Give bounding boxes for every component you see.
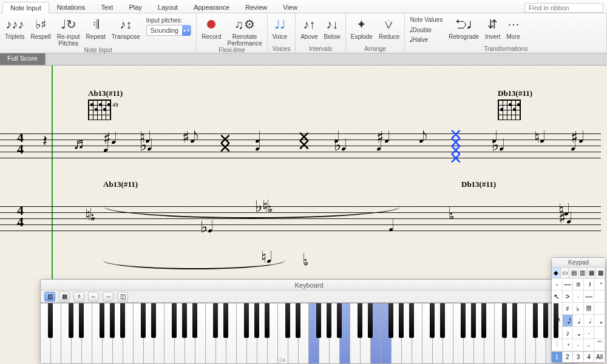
note-chord[interactable]: ♮𝅘𝅥♯𝅘𝅥 [558,206,566,222]
note-chord-selected[interactable]: ✕✕✕✕ [449,131,463,163]
keypad-cell[interactable]: — [563,278,574,291]
keypad-cell[interactable]: 𝄽 [584,278,595,291]
keypad-voice-2[interactable]: 2 [563,352,574,362]
slur[interactable] [103,194,401,218]
piano-black-key[interactable] [481,303,487,338]
piano-black-key[interactable] [554,303,559,338]
keypad-cell[interactable]: ⌒ [594,339,605,351]
chord-symbol[interactable]: Db13(#11) [461,180,496,189]
piano-black-key[interactable] [265,303,270,338]
ribbon-tab-appearance[interactable]: Appearance [186,1,237,13]
piano-black-key[interactable] [223,303,229,338]
piano-black-key[interactable] [316,303,322,338]
note-chord[interactable]: ♬ [73,140,85,147]
keypad-tab-icon[interactable]: ▥ [578,268,588,278]
tool-reinput-pitches[interactable]: ♩↻ Re-input Pitches [57,15,80,47]
note-chord[interactable]: ♭♮𝅗𝅥· [255,203,272,211]
keyboard-panel[interactable]: Keyboard ▥ ▦ ♯ ← → ◫ C4 NORMAL [40,279,578,364]
ribbon-tab-view[interactable]: View [275,1,305,13]
piano-black-key[interactable] [430,303,435,338]
note-chord[interactable]: 𝅘𝅥♭𝅘𝅥 [334,133,341,149]
piano-black-key[interactable] [337,303,342,338]
keypad-tab-icon[interactable]: ▦ [588,268,597,278]
staff-2[interactable]: 44 ♮𝅗𝅥· ♭𝅘𝅥 ♭♮𝅗𝅥· 𝅘𝅥 𝅗𝅥· ♮𝅘𝅥♯𝅘𝅥 [0,206,607,231]
piano-black-key[interactable] [502,303,507,338]
keypad-tab-icon[interactable]: ▤ [569,268,578,278]
keypad-voice-1[interactable]: 1 [552,352,563,362]
note-chord[interactable]: 𝅗𝅥· [304,256,308,264]
keypad-cell[interactable]: — [584,291,595,303]
staff-1[interactable]: 44 𝄽 ♬ ♯𝅘𝅥𝅘𝅥 ♮𝅘𝅥♭𝅘𝅥 ♯𝅘𝅥𝅮 ✕✕ 𝅘𝅥𝅘𝅥 ✕✕ 𝅘𝅥♭𝅘… [0,133,607,158]
tool-below[interactable]: ♪↓ Below [324,15,341,41]
piano-black-key[interactable] [388,303,394,338]
keypad-cell[interactable]: 𝅗𝅥 [584,315,595,327]
piano-black-key[interactable] [254,303,260,338]
piano-black-key[interactable] [172,303,177,338]
keypad-voice-all[interactable]: All [594,352,605,362]
piano-black-key[interactable] [533,303,538,338]
keypad-cell[interactable]: ≡ [573,278,584,291]
keypad-cell[interactable]: · [573,339,584,351]
keypad-cell[interactable]: 𝄜 [584,303,595,315]
keypad-cell[interactable]: ♯ [563,303,574,315]
piano-black-key[interactable] [409,303,415,338]
keypad-cell[interactable]: · [584,327,595,339]
keypad-panel[interactable]: Keypad ◆ ▭ ▤ ▥ ▦ ▩ ◦—≡𝄽𝄼↖>·—♮♯♭𝄜𝅘𝅥𝅯𝅘𝅥𝅮𝅘𝅥… [551,257,606,363]
tool-repeat[interactable]: 𝄇 Repeat [86,15,106,41]
piano-keys[interactable]: C4 [41,303,577,363]
note-chord[interactable]: 𝅘𝅥♭𝅘𝅥 [492,133,499,149]
tool-above[interactable]: ♪↑ Above [300,15,317,41]
tool-voice[interactable]: ♩♩ Voice [273,15,287,41]
piano-black-key[interactable] [399,303,404,338]
ribbon-search-input[interactable] [524,3,603,13]
tool-more[interactable]: ⋯ More [506,15,520,41]
score-tab-full-score[interactable]: Full Score [0,53,46,65]
keypad-cell[interactable]: ◦ [552,278,563,291]
ribbon-tab-text[interactable]: Text [93,1,121,13]
keypad-cell[interactable] [594,327,605,339]
keyboard-window-btn[interactable]: ◫ [117,292,128,302]
note-chord[interactable]: ✕✕ [297,133,311,149]
piano-black-key[interactable] [110,303,115,338]
tool-record[interactable]: Record [202,15,221,41]
piano-black-key[interactable] [471,303,476,338]
time-signature[interactable]: 44 [17,132,24,155]
keypad-tab-icon[interactable]: ▩ [596,268,605,278]
ribbon-tab-notations[interactable]: Notations [49,1,93,13]
keypad-cell[interactable]: ♭ [573,303,584,315]
tool-triplets[interactable]: ♪♪♪ Triplets [5,15,24,41]
tool-transpose[interactable]: ♪↕ Transpose [112,15,140,41]
tool-double[interactable]: 𝅗𝅥𝅗𝅥Double [410,25,443,35]
note-chord[interactable]: ♯𝅘𝅥𝅘𝅥 [376,133,384,149]
piano-black-key[interactable] [79,303,84,338]
tool-respell[interactable]: ♭♯ Respell [30,15,50,41]
ribbon-tab-note-input[interactable]: Note Input [2,2,49,13]
keypad-cell[interactable]: 𝅘𝅥 [573,315,584,327]
ribbon-tab-layout[interactable]: Layout [150,1,186,13]
keyboard-chord-btn[interactable]: ♯ [73,292,84,302]
keypad-voice-4[interactable]: 4 [584,352,595,362]
keypad-cell[interactable]: > [563,291,574,303]
keypad-cell[interactable] [594,303,605,315]
piano-black-key[interactable] [285,303,291,338]
keypad-cell[interactable]: 𝅥 [552,339,563,351]
note-chord[interactable]: ♮𝅘𝅥♭𝅘𝅥 [140,133,147,149]
keypad-cell[interactable]: 𝆹 [584,339,595,351]
time-signature[interactable]: 44 [17,205,24,228]
keypad-cell[interactable]: · [573,291,584,303]
keypad-cell[interactable]: 𝅘 [573,327,584,339]
chord-diagram[interactable] [498,99,521,120]
piano-black-key[interactable] [327,303,332,338]
chord-symbol[interactable]: Ab13(#11) [88,89,123,98]
note-chord[interactable]: ♮𝅗𝅥· [85,211,95,219]
piano-black-key[interactable] [69,303,74,338]
keyboard-view-piano[interactable]: ▥ [44,292,55,302]
piano-black-key[interactable] [151,303,157,338]
piano-black-key[interactable] [368,303,373,338]
slur[interactable] [103,251,285,269]
ribbon-tab-review[interactable]: Review [237,1,275,13]
keypad-cell[interactable]: 𝅘𝅥𝅮 [563,315,574,327]
piano-black-key[interactable] [358,303,363,338]
note-chord[interactable]: ♯𝅘𝅥𝅘𝅥 [571,133,578,149]
piano-black-key[interactable] [440,303,446,338]
